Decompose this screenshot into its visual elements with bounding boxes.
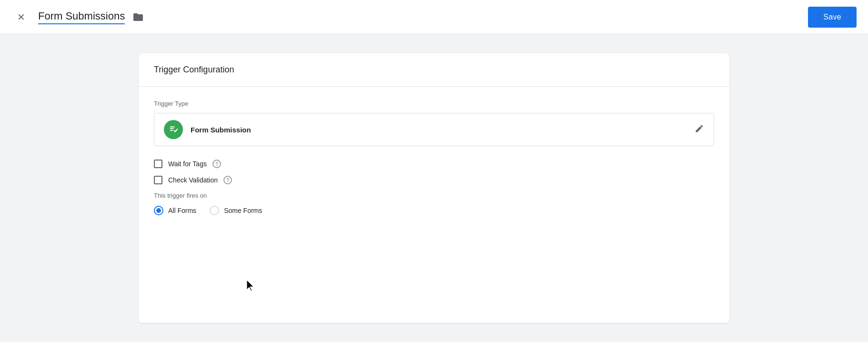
check-validation-label[interactable]: Check Validation [168,176,218,184]
close-icon: ✕ [17,11,25,23]
fires-on-radio-group: All Forms Some Forms [154,206,714,215]
some-forms-option[interactable]: Some Forms [210,206,262,215]
page-title: Form Submissions [38,10,125,22]
svg-rect-1 [170,128,174,129]
folder-icon [132,11,144,23]
trigger-icon-circle [164,120,183,139]
check-validation-checkbox[interactable] [154,176,162,184]
title-underline [38,23,125,24]
form-submission-icon [168,124,179,135]
wait-for-tags-row: Wait for Tags ? [154,160,714,168]
folder-button[interactable] [132,11,144,23]
trigger-type-name: Form Submission [191,126,251,134]
all-forms-option[interactable]: All Forms [154,206,196,215]
trigger-type-label: Trigger Type [154,100,714,107]
header-left: ✕ Form Submissions [11,8,144,27]
wait-for-tags-label[interactable]: Wait for Tags [168,160,207,168]
wait-for-tags-checkbox[interactable] [154,160,162,168]
pencil-icon [695,124,704,133]
page-title-wrapper: Form Submissions [38,10,125,24]
edit-icon[interactable] [695,124,704,136]
trigger-type-selector[interactable]: Form Submission [154,113,714,146]
wait-for-tags-help-icon[interactable]: ? [212,160,221,168]
card-title: Trigger Configuration [154,65,234,74]
all-forms-radio[interactable] [154,206,163,215]
svg-rect-2 [170,130,173,131]
check-validation-row: Check Validation ? [154,176,714,184]
save-button[interactable]: Save [808,7,857,28]
all-forms-label[interactable]: All Forms [168,207,196,214]
card-header: Trigger Configuration [139,53,729,87]
svg-rect-0 [170,127,175,128]
close-button[interactable]: ✕ [11,8,30,27]
check-validation-help-icon[interactable]: ? [223,176,232,184]
trigger-configuration-card: Trigger Configuration Trigger Type [139,53,729,323]
trigger-type-left: Form Submission [164,120,251,139]
header: ✕ Form Submissions Save [0,0,868,34]
main-content: Trigger Configuration Trigger Type [0,34,868,342]
fires-on-label: This trigger fires on [154,192,714,199]
some-forms-label[interactable]: Some Forms [224,207,262,214]
some-forms-radio[interactable] [210,206,219,215]
card-body: Trigger Type Form Submission [139,87,729,232]
